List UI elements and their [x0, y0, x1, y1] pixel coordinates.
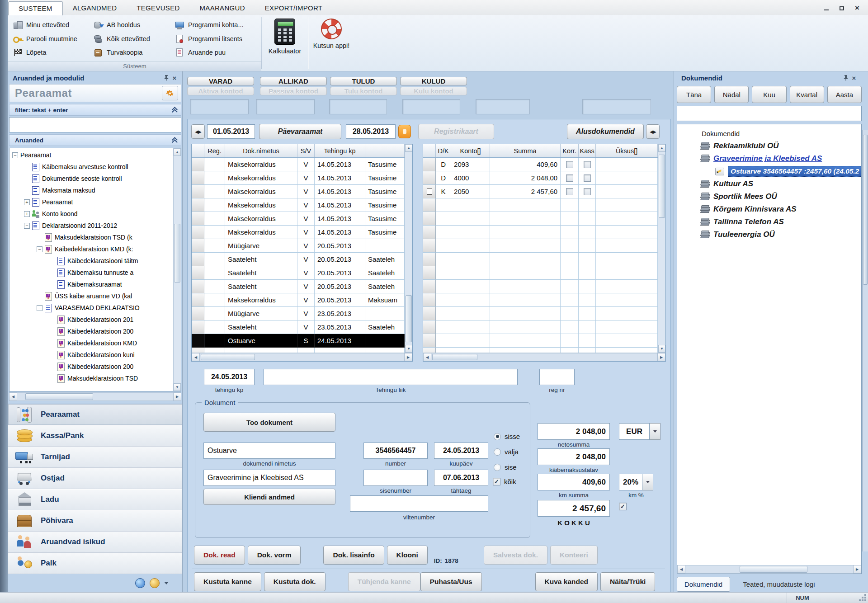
Müügiarve[interactable]: Müügiarve V 20.05.2013 [192, 239, 405, 253]
documents-horizontal-scrollbar[interactable]: ◀ ▶ [677, 565, 861, 574]
document-action-button[interactable]: Klooni [387, 546, 428, 565]
bottom-dock-tab[interactable]: Dokumendid [677, 577, 730, 592]
account-filter-box[interactable] [402, 99, 460, 114]
document-action-button[interactable]: Dok. read [194, 546, 245, 565]
Maksekorraldus[interactable]: Maksekorraldus V 14.05.2013 Tasusime [192, 158, 405, 171]
fetch-document-button[interactable]: Too dokument [203, 413, 335, 432]
ribbon-item[interactable]: AB hooldus [93, 19, 169, 31]
row-selector[interactable] [192, 253, 204, 266]
row-selector[interactable] [423, 334, 436, 348]
module-item[interactable]: Tarnijad [8, 447, 182, 468]
row-selector[interactable] [192, 198, 204, 212]
module-item[interactable]: Kassa/Pank [8, 425, 182, 447]
menu-tab[interactable]: TEGEVUSED [127, 1, 189, 15]
Müügiarve[interactable]: Müügiarve V 23.05.2013 [192, 307, 405, 320]
collapse-chevron-icon[interactable] [172, 137, 177, 143]
minimize-button[interactable] [823, 5, 830, 11]
row-selector[interactable] [192, 334, 204, 348]
kass-checkbox[interactable] [584, 188, 591, 195]
entries-vertical-scrollbar[interactable]: ▲ ▼ [658, 144, 665, 353]
expander-icon[interactable] [24, 211, 30, 217]
globe-icon[interactable] [135, 578, 145, 588]
module-item[interactable]: Pearaamat [8, 404, 182, 425]
tree-item[interactable]: ÜSS käibe aruanne VD (kal [9, 290, 173, 302]
account-filter-box[interactable] [476, 99, 530, 114]
expander-icon[interactable] [12, 152, 18, 158]
all-checkbox[interactable]: kõik [493, 478, 516, 485]
row-selector[interactable] [423, 307, 436, 320]
tree-item[interactable]: Käibedeklaratsioon KMD (k: [9, 243, 173, 255]
tree-item[interactable]: Pearaamat [9, 149, 173, 161]
tree-item[interactable]: Käibedeklaratsioon 200 [9, 361, 173, 372]
entry-action-button[interactable]: Näita/Trüki [600, 572, 655, 591]
ribbon-item[interactable]: Kõik ettevõtted [93, 33, 169, 45]
tree-item[interactable]: VARASEMAD DEKLARATSIO [9, 302, 173, 314]
entries-row[interactable] [423, 239, 658, 253]
period-filter-button[interactable]: Kvartal [790, 86, 824, 103]
tree-item[interactable]: Käibedeklaratsioon KMD [9, 337, 173, 349]
document-tree-item[interactable]: Ostuarve 3546564457 :2457,60 (24.05.2 [677, 165, 861, 178]
tree-vertical-scrollbar[interactable]: ▲ ▼ [173, 148, 181, 391]
taxable-amount-input[interactable]: 2 048,00 [538, 448, 610, 465]
Ostuarve[interactable]: Ostuarve S 24.05.2013 [192, 334, 405, 348]
period-filter-button[interactable]: Nädal [714, 86, 749, 103]
internal-number-input[interactable] [363, 470, 428, 486]
expander-icon[interactable] [24, 223, 30, 229]
entries-row[interactable] [423, 307, 658, 320]
close-button[interactable]: × [854, 5, 861, 11]
document-tree-item[interactable]: Tallinna Telefon AS [677, 216, 861, 228]
account-group-button[interactable]: TULUD [330, 77, 397, 85]
bottom-dock-tab[interactable]: Teated, muudatuste logi [736, 577, 822, 591]
ribbon-item[interactable]: Minu ettevõted [13, 19, 88, 31]
close-icon[interactable]: × [850, 74, 858, 81]
journal-button[interactable]: Päevaraamat [259, 124, 341, 139]
due-date-input[interactable]: 07.06.2013 [434, 470, 488, 486]
tree-item[interactable]: Käibedeklaratsioon 200 [9, 325, 173, 337]
row-selector[interactable] [192, 293, 204, 307]
reg-number-input[interactable] [539, 369, 575, 385]
expander-icon[interactable] [37, 305, 42, 311]
document-tree-item[interactable]: Kõrgem Kinnisvara AS [677, 203, 861, 216]
kass-checkbox[interactable] [584, 174, 591, 182]
row-selector[interactable] [423, 158, 436, 171]
hint-badge-icon[interactable] [398, 125, 411, 138]
date-to-input[interactable]: 28.05.2013 [346, 124, 396, 139]
client-input[interactable]: Graveerimine ja Kleebised AS [203, 470, 335, 486]
ribbon-item[interactable]: Programmi litsents [175, 33, 257, 45]
entries-grid-header[interactable]: D/K Konto[] Summa Korr. Kass Üksus[] [423, 144, 658, 158]
row-selector[interactable] [192, 307, 204, 320]
entries-row[interactable] [423, 226, 658, 239]
tree-item[interactable]: Dokumentide seoste kontroll [9, 173, 173, 184]
vat-amount-input[interactable]: 409,60 [538, 474, 610, 490]
document-name-input[interactable]: Ostuarve [203, 443, 335, 459]
row-selector[interactable] [423, 280, 436, 293]
entries-row[interactable] [423, 348, 658, 353]
filter-input[interactable] [9, 117, 181, 132]
row-selector[interactable] [423, 293, 436, 307]
tree-item[interactable]: Käibedeklaratsioon kuni [9, 349, 173, 361]
entry-action-button[interactable]: Kustuta dok. [264, 572, 326, 591]
maximize-button[interactable] [838, 5, 845, 11]
row-selector[interactable] [423, 239, 436, 253]
row-selector[interactable] [192, 185, 204, 198]
row-selector[interactable] [423, 253, 436, 266]
row-selector[interactable] [192, 239, 204, 253]
korr-checkbox[interactable] [566, 161, 573, 168]
entries-row[interactable] [423, 280, 658, 293]
document-tree-item[interactable]: Kultuur AS [677, 178, 861, 190]
Saateleht[interactable]: Saateleht V 23.05.2013 Saateleh [192, 320, 405, 334]
account-filter-box[interactable] [190, 99, 249, 114]
resize-grip[interactable] [818, 593, 868, 603]
period-filter-button[interactable]: Kuu [752, 86, 786, 103]
source-documents-button[interactable]: Alusdokumendid [567, 124, 644, 139]
row-selector[interactable] [192, 266, 204, 280]
tree-item[interactable]: Käibedeklaratsioon 201 [9, 314, 173, 325]
account-filter-box[interactable] [582, 99, 651, 114]
tree-item[interactable]: Maksmata maksud [9, 184, 173, 196]
expander-icon[interactable] [24, 199, 30, 205]
account-group-button[interactable]: VARAD [187, 77, 254, 85]
pin-icon[interactable] [842, 74, 850, 81]
Maksekorraldus[interactable]: Maksekorraldus V 14.05.2013 Tasusime [192, 226, 405, 239]
collapse-chevron-icon[interactable] [172, 107, 177, 113]
module-item[interactable]: Aruandvad isikud [8, 532, 182, 553]
